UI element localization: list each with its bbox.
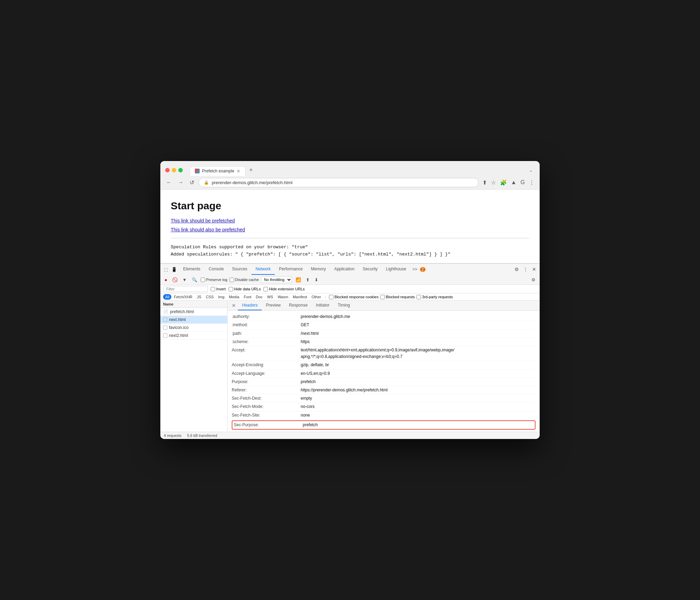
more-tabs-button[interactable]: >> [410, 264, 419, 274]
search-network-button[interactable]: 🔍 [190, 277, 199, 283]
file-item-next[interactable]: next.html [160, 316, 227, 324]
browser-tab[interactable]: Prefetch example ✕ [190, 166, 246, 176]
share-button[interactable]: ⬆ [481, 178, 488, 187]
google-button[interactable]: G [520, 178, 526, 187]
browser-menu-button[interactable]: ⋮ [528, 178, 536, 187]
file-item-prefetch[interactable]: 📄 prefetch.html [160, 308, 227, 316]
headers-tab-response[interactable]: Response [285, 301, 312, 310]
headers-tab-timing[interactable]: Timing [333, 301, 354, 310]
third-party-checkbox[interactable] [417, 295, 421, 299]
record-button[interactable]: ● [163, 277, 169, 283]
type-wasm-button[interactable]: Wasm [276, 294, 290, 300]
header-purpose: Purpose: prefetch [232, 378, 536, 386]
type-all-button[interactable]: All [163, 294, 171, 300]
device-toolbar-button[interactable]: 📱 [170, 266, 178, 273]
third-party-label[interactable]: 3rd-party requests [417, 295, 453, 299]
file-list: Name 📄 prefetch.html next.html favicon.i… [160, 301, 228, 432]
extensions-button[interactable]: 🧩 [499, 178, 508, 187]
blocked-cookies-checkbox[interactable] [329, 295, 333, 299]
download-button[interactable]: ⬇ [313, 277, 320, 283]
forward-button[interactable]: → [176, 179, 185, 186]
header-method: :method: GET [232, 321, 536, 329]
close-window-button[interactable] [165, 168, 170, 172]
tab-sources[interactable]: Sources [228, 264, 251, 275]
wifi-icon[interactable]: 📶 [294, 277, 302, 283]
headers-tab-initiator[interactable]: Initiator [312, 301, 333, 310]
devtools-toolbar: ⬚ 📱 Elements Console Sources Network Per… [160, 263, 540, 275]
invert-checkbox[interactable] [211, 287, 215, 291]
file-name-next2: next2.html [169, 333, 188, 338]
window-controls [165, 168, 183, 172]
disable-cache-label[interactable]: Disable cache [230, 278, 259, 282]
type-manifest-button[interactable]: Manifest [291, 294, 309, 300]
cast-button[interactable]: ▲ [510, 178, 518, 187]
network-settings-button[interactable]: ⚙ [530, 277, 537, 283]
tab-security[interactable]: Security [359, 264, 382, 275]
header-upgrade-insecure: Upgrade-Insecure-Requests: 1 [232, 430, 536, 432]
tab-application[interactable]: Application [330, 264, 359, 275]
headers-panel: ✕ Headers Preview Response Initiator Tim… [228, 301, 540, 432]
upload-button[interactable]: ⬆ [304, 277, 311, 283]
error-badge: 2 [420, 267, 426, 272]
tab-console[interactable]: Console [204, 264, 228, 275]
bookmark-button[interactable]: ☆ [490, 178, 497, 187]
tab-network[interactable]: Network [251, 264, 275, 275]
tab-favicon-icon [195, 169, 200, 173]
blocked-requests-checkbox[interactable] [380, 295, 385, 299]
new-tab-button[interactable]: + [246, 164, 256, 176]
address-bar[interactable]: 🔒 prerender-demos.glitch.me/prefetch.htm… [199, 178, 479, 187]
preserve-log-checkbox[interactable] [201, 278, 205, 282]
type-font-button[interactable]: Font [242, 294, 253, 300]
hide-extension-urls-checkbox[interactable] [263, 287, 268, 291]
blocked-cookies-label[interactable]: Blocked response cookies [329, 295, 379, 299]
inspect-element-button[interactable]: ⬚ [162, 266, 169, 273]
devtools-more-menu-button[interactable]: ⋮ [522, 265, 529, 273]
tabs-area: Prefetch example ✕ + [190, 164, 523, 176]
header-sec-fetch-site: Sec-Fetch-Site: none [232, 411, 536, 420]
headers-tab-preview[interactable]: Preview [262, 301, 285, 310]
header-sec-purpose: Sec-Purpose: prefetch [232, 420, 536, 430]
filter-input[interactable] [163, 286, 208, 292]
preserve-log-label[interactable]: Preserve log [201, 278, 228, 282]
link-2[interactable]: This link should also be prefetched [171, 227, 529, 232]
back-button[interactable]: ← [164, 179, 173, 186]
disable-cache-checkbox[interactable] [230, 278, 234, 282]
type-css-button[interactable]: CSS [204, 294, 216, 300]
invert-label[interactable]: Invert [211, 287, 226, 291]
file-item-favicon[interactable]: favicon.ico [160, 324, 227, 332]
status-bar: 4 requests 5.6 kB transferred [160, 432, 540, 439]
type-js-button[interactable]: JS [195, 294, 203, 300]
tab-menu-button[interactable]: ⌄ [527, 166, 535, 175]
hide-data-urls-label[interactable]: Hide data URLs [229, 287, 261, 291]
type-media-button[interactable]: Media [227, 294, 241, 300]
devtools-close-button[interactable]: ✕ [531, 265, 538, 273]
clear-button[interactable]: 🚫 [171, 277, 179, 283]
hide-data-urls-checkbox[interactable] [229, 287, 233, 291]
minimize-window-button[interactable] [172, 168, 176, 172]
headers-tab-headers[interactable]: Headers [238, 301, 262, 310]
filter-button[interactable]: ▼ [181, 277, 188, 283]
blocked-requests-label[interactable]: Blocked requests [380, 295, 415, 299]
devtools-tabs: Elements Console Sources Network Perform… [179, 264, 512, 275]
throttle-select[interactable]: No throttling [261, 276, 292, 283]
type-filter-separator: | [325, 295, 326, 299]
tab-memory[interactable]: Memory [307, 264, 330, 275]
devtools-settings-button[interactable]: ⚙ [513, 265, 520, 273]
headers-close-button[interactable]: ✕ [230, 301, 238, 310]
file-item-next2[interactable]: next2.html [160, 332, 227, 340]
type-other-button[interactable]: Other [309, 294, 323, 300]
refresh-button[interactable]: ↺ [188, 179, 196, 187]
link-1[interactable]: This link should be prefetched [171, 218, 529, 223]
maximize-window-button[interactable] [178, 168, 183, 172]
tab-close-button[interactable]: ✕ [237, 169, 240, 174]
tab-elements[interactable]: Elements [179, 264, 204, 275]
type-doc-button[interactable]: Doc [254, 294, 265, 300]
type-ws-button[interactable]: WS [265, 294, 275, 300]
tab-performance[interactable]: Performance [275, 264, 307, 275]
type-img-button[interactable]: Img [216, 294, 227, 300]
file-list-header: Name [160, 301, 227, 308]
nav-bar: ← → ↺ 🔒 prerender-demos.glitch.me/prefet… [160, 176, 540, 190]
type-fetchxhr-button[interactable]: Fetch/XHR [172, 294, 194, 300]
tab-lighthouse[interactable]: Lighthouse [382, 264, 410, 275]
hide-extension-urls-label[interactable]: Hide extension URLs [263, 287, 304, 291]
